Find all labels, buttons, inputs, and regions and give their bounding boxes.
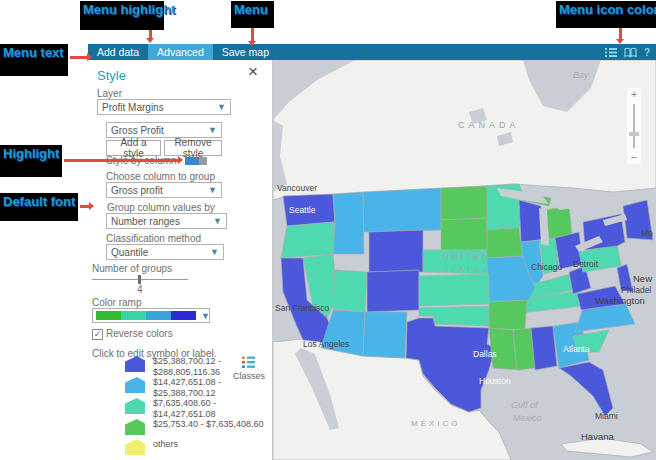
map-label-gulf-of: Gulf of [511,400,539,410]
ramp-segment [146,311,171,320]
state-NM [363,312,407,358]
column-color-chip[interactable] [185,156,207,167]
legend-label: $14,427,651.08 -$25,388,700.12 [153,377,221,398]
style-panel: Style × Layer Profit Margins▼ Gross Prof… [88,60,273,460]
map-label-havana: Havana [581,431,614,442]
ramp-segment [96,311,121,320]
zoom-control: + − [627,88,641,164]
legend-swatch[interactable] [125,398,145,414]
menu-item-add-data[interactable]: Add data [88,44,148,60]
layer-label: Layer [97,88,122,99]
ramp-segment [171,311,196,320]
group-by-dropdown[interactable]: Number ranges▼ [106,213,227,229]
map-label-philadel: Philadel [621,285,651,295]
annotation-arrowhead [146,38,154,43]
map-label-bay: Bay [573,70,589,80]
classes-control[interactable]: Classes [233,356,263,381]
zoom-slider-track[interactable] [633,104,635,148]
groups-slider-handle[interactable] [138,275,141,284]
style-dropdown[interactable]: Gross Profit▼ [106,122,222,138]
legend-swatch[interactable] [125,439,145,455]
legend-label: $25,753.40 - $7,635,408.60 [153,419,264,430]
add-style-button[interactable]: Add a style [106,140,161,156]
remove-style-button[interactable]: Remove style [164,140,222,156]
annotation-menu-icon-color: Menu icon color [556,1,656,28]
legend-label: $25,388,700.12 -$288,805,116.36 [153,356,221,377]
annotation-arrow [251,28,254,42]
choose-column-value: Gross profit [111,185,163,196]
lake-huron [551,194,573,210]
layer-dropdown[interactable]: Profit Margins▼ [97,99,231,115]
classes-icon [242,356,255,369]
map-label-washington: Washington [595,295,645,306]
legend-swatch[interactable] [125,377,145,393]
annotation-arrowhead [178,156,183,164]
map-label-chicago: Chicago [531,262,562,272]
state-ID [333,192,364,254]
chevron-down-icon: ▼ [217,102,226,112]
annotation-arrow [70,56,88,59]
menu-bar: Add dataAdvancedSave map ? [88,44,656,60]
ramp-label: Color ramp [92,297,141,308]
chevron-down-icon: ▼ [208,185,217,195]
menu-item-save-map[interactable]: Save map [213,44,278,60]
chip-gray [199,157,207,165]
screenshot-root: Menu highlightMenuMenu icon colorMenu te… [0,0,656,460]
color-ramp-dropdown[interactable]: ▼ [92,308,210,323]
legend-row[interactable]: $7,635,408.60 -$14,427,651.08 [125,398,216,419]
help-icon[interactable]: ? [644,47,650,58]
annotation-highlight: Highlight [0,145,62,177]
legend-swatch[interactable] [125,356,145,372]
map-label-houston: Houston [479,376,511,386]
legend-row[interactable]: $25,388,700.12 -$288,805,116.36 [125,356,221,377]
annotation-menu-text: Menu text [0,44,68,76]
map-label-vancouver: Vancouver [277,183,317,193]
chip-blue [185,157,199,165]
annotation-menu: Menu [231,1,274,28]
zoom-slider-handle[interactable] [629,132,639,136]
map-label-detroit: Detroit [573,259,599,269]
state-WY [369,230,423,272]
map-label-united: UNITED [443,252,491,261]
state-AL [531,326,557,370]
legend-swatch[interactable] [125,419,145,435]
state-ND [441,186,487,220]
state-KS [419,274,489,306]
annotation-arrow [64,159,179,162]
annotation-arrowhead [87,53,92,61]
close-icon[interactable]: × [248,62,258,82]
reverse-colors-checkbox[interactable]: ✓ [92,329,103,340]
legend-label: $7,635,408.60 -$14,427,651.08 [153,398,216,419]
legend-row[interactable]: $25,753.40 - $7,635,408.60 [125,419,264,435]
map-label-m-xico: MÉXICO [411,419,461,428]
map-label-los-angeles: Los Angeles [303,339,349,349]
map-label-states: STATES [443,265,491,274]
basemap-book-icon[interactable] [624,47,637,58]
layer-dropdown-value: Profit Margins [102,102,164,113]
map-canvas[interactable]: BayCANADAUNITEDSTATESMÉXICOGulf ofMexico… [273,60,656,460]
color-ramp-preview [96,311,196,320]
annotation-arrowhead [616,39,624,44]
ramp-segment [121,311,146,320]
menu-item-advanced[interactable]: Advanced [148,44,213,60]
choose-column-label: Choose column to group [106,171,215,182]
legend-list-icon[interactable] [605,47,617,58]
classification-label: Classification method [106,233,201,244]
state-OR [281,222,335,258]
map-label-new: New [633,273,652,284]
map-label-seattle: Seattle [289,205,316,215]
legend-row[interactable]: others [125,439,178,455]
state-MT [363,188,441,232]
classification-dropdown[interactable]: Quantile▼ [106,244,224,260]
state-CO [367,270,419,312]
zoom-out-button[interactable]: − [627,151,641,164]
annotation-default-font: Default font [0,193,78,221]
classes-label: Classes [233,371,263,381]
chevron-down-icon: ▼ [210,247,219,257]
zoom-in-button[interactable]: + [627,88,641,101]
menu-icons: ? [605,44,650,60]
choose-column-dropdown[interactable]: Gross profit▼ [106,182,222,198]
annotation-arrowhead [89,202,94,210]
map-label-dallas: Dallas [473,349,497,359]
legend-row[interactable]: $14,427,651.08 -$25,388,700.12 [125,377,221,398]
